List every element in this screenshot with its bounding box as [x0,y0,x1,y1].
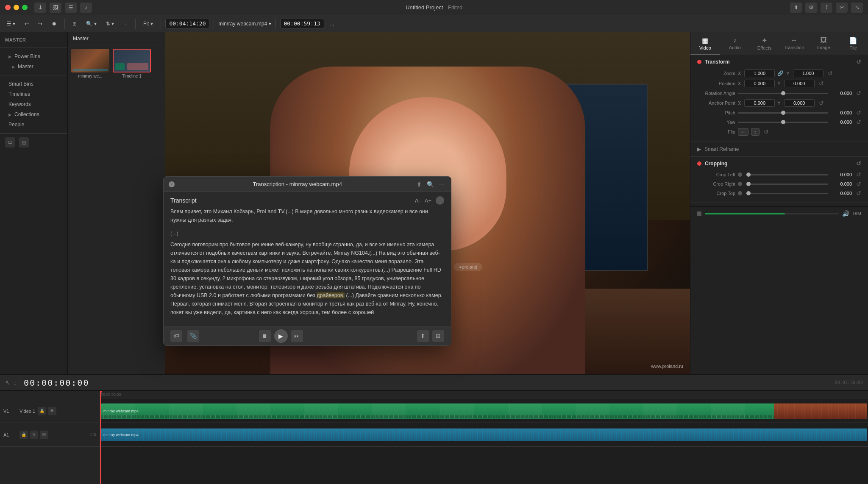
pitch-slider[interactable] [738,112,828,114]
v1-clip-alt[interactable] [774,403,867,419]
footer-layout-btn[interactable]: ⊞ [432,330,444,342]
crop-top-reset[interactable]: ↺ [856,190,861,197]
maximize-button[interactable] [22,5,28,10]
tools-icon[interactable]: ✂ [836,3,848,13]
modal-export-btn[interactable]: ⬆ [417,181,422,188]
position-reset-btn[interactable]: ↺ [819,80,824,87]
yaw-reset-btn[interactable]: ↺ [856,119,861,125]
tab-video[interactable]: ▦ Video [690,32,720,55]
modal-more-btn[interactable]: ··· [439,181,444,188]
crop-right-reset[interactable]: ↺ [856,181,861,187]
zoom-link-icon[interactable]: 🔗 [777,70,784,76]
timeline-view-btn[interactable]: ▤ [19,137,29,147]
anchor-x-input[interactable] [744,99,775,107]
anchor-reset-btn[interactable]: ↺ [819,100,824,106]
crop-top-slider[interactable] [746,193,828,194]
list-icon[interactable]: ☰ [65,3,77,13]
rotation-slider[interactable] [738,93,828,94]
modal-close-btn[interactable]: ✕ [169,181,175,187]
collections-item[interactable]: ▶ Collections [0,109,67,120]
footer-clip-btn[interactable]: 📎 [187,330,199,342]
toolbar-sort[interactable]: ⇅ ▾ [103,19,117,28]
tab-file[interactable]: 📄 File [838,32,868,55]
toolbar-redo[interactable]: ↪ [35,19,46,28]
timeline-timecode[interactable]: 00:00:00:00 [24,378,89,388]
timeline-playhead[interactable] [100,391,101,484]
master-nav-item[interactable]: ▶ Master [0,61,67,72]
flip-h-button[interactable]: ↔ [738,128,748,136]
zoom-y-input[interactable] [793,70,823,77]
crop-left-slider[interactable] [746,174,828,175]
music-icon[interactable]: ♪ [80,3,92,13]
modal-search-btn[interactable]: 🔍 [427,181,434,188]
footer-stop-btn[interactable]: ⏹ [259,330,271,342]
toolbar-menu-btn[interactable]: ☰ ▾ [3,19,19,28]
footer-export-btn[interactable]: ⬆ [417,330,429,342]
a1-mute-btn[interactable]: M [40,431,48,439]
audio-volume-slider[interactable] [705,213,839,214]
timelines-item[interactable]: Timelines [0,89,67,99]
toolbar-record[interactable]: ⏺ [48,19,60,28]
toolbar-grid[interactable]: ⊞ [69,19,80,28]
crop-left-reset[interactable]: ↺ [856,171,861,178]
upload-icon[interactable]: ⬆ [790,3,802,13]
tab-transition[interactable]: ↔ Transition [779,32,809,55]
smart-reframe-section[interactable]: ▶ Smart Reframe [690,142,868,157]
close-button[interactable] [5,5,11,10]
font-decrease-btn[interactable]: A- [415,197,420,204]
minimize-button[interactable] [14,5,19,10]
v1-clip-main[interactable]: minray webcam.mp4 [101,403,867,419]
position-y-input[interactable] [784,80,815,87]
a1-solo-btn[interactable]: S [30,431,38,439]
crop-right-slider[interactable] [746,184,828,185]
dark-mode-btn[interactable] [436,196,444,205]
zoom-reset-btn[interactable]: ↺ [828,70,833,77]
in-out-btn[interactable]: ↕ [14,379,17,386]
toolbar-more[interactable]: ··· [120,19,131,28]
timecode-out[interactable]: 00:00:59:13 [280,19,324,28]
footer-play-btn[interactable]: ▶ [274,329,288,343]
tab-image[interactable]: 🖼 Image [809,32,838,55]
zoom-x-input[interactable] [744,70,775,77]
a1-clip-main[interactable]: minray webcam.mp4 [101,428,867,441]
a1-track-row[interactable]: minray webcam.mp4 [100,423,868,447]
share-icon[interactable]: ⤴ [821,3,832,13]
cursor-btn[interactable]: ↖ [5,379,10,386]
people-item[interactable]: People [0,120,67,130]
flip-v-button[interactable]: ↕ [751,128,760,136]
font-increase-btn[interactable]: A+ [425,197,431,204]
toolbar-more-2[interactable]: ... [327,19,338,28]
media-thumb-timeline[interactable]: Timeline 1 [113,49,151,78]
v1-lock-btn[interactable]: 🔒 [38,407,46,415]
power-bins-item[interactable]: ▶ Power Bins [0,51,67,61]
footer-next-btn[interactable]: ⏭ [291,330,303,342]
volume-icon[interactable]: 🔊 [842,210,849,217]
media-thumb-webcam[interactable]: minrray we... [71,49,109,78]
tab-effects[interactable]: ✦ Effects [750,32,779,55]
fullscreen-icon[interactable]: ⤡ [851,3,863,13]
add-bin-btn[interactable]: 🗂 [5,137,15,147]
transform-reset[interactable]: ↺ [856,58,861,65]
settings-icon[interactable]: ⚙ [805,3,817,13]
anchor-y-input[interactable] [784,99,815,107]
timeline-tracks-right[interactable]: 00:00:00:00 minray webcam.mp4 [100,391,868,484]
v1-track-row[interactable]: minray webcam.mp4 [100,399,868,423]
toolbar-undo[interactable]: ↩ [21,19,32,28]
v1-eye-btn[interactable]: 👁 [48,407,56,415]
keywords-item[interactable]: Keywords [0,99,67,109]
smart-bins-item[interactable]: Smart Bins [0,79,67,89]
tab-audio[interactable]: ♪ Audio [720,32,750,55]
media-icon[interactable]: 🖼 [50,3,61,13]
fit-dropdown[interactable]: Fit ▾ [140,19,156,28]
pitch-reset-btn[interactable]: ↺ [856,109,861,116]
save-icon[interactable]: ⬇ [34,3,46,13]
position-x-input[interactable] [744,80,775,87]
yaw-slider[interactable] [738,122,828,123]
cropping-reset[interactable]: ↺ [856,160,861,167]
flip-reset-btn[interactable]: ↺ [764,128,769,135]
rotation-reset-btn[interactable]: ↺ [856,90,861,97]
a1-lock-btn[interactable]: 🔒 [19,431,28,439]
timecode-in[interactable]: 00:04:14:20 [165,19,209,28]
toolbar-search[interactable]: 🔍 ▾ [83,19,100,28]
footer-tag-btn[interactable]: 🏷 [170,330,182,342]
